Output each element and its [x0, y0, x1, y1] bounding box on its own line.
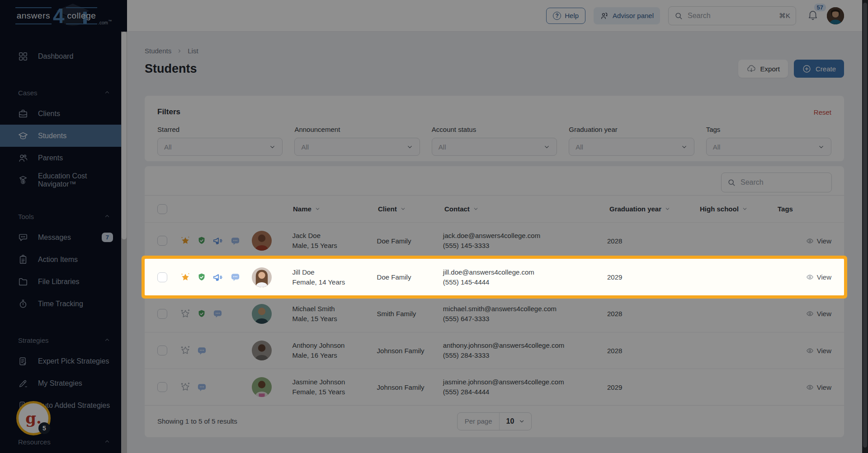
breadcrumb-list[interactable]: List [188, 47, 198, 55]
messages-count-badge: 7 [102, 233, 113, 242]
sidebar-item-students[interactable]: Students [0, 125, 121, 147]
chat-bubble-icon [18, 233, 28, 243]
message-bubble-icon [212, 308, 223, 319]
row-checkbox[interactable] [157, 382, 167, 392]
chevron-down-icon [269, 144, 276, 150]
sidebar-section-cases[interactable]: Cases [0, 83, 121, 103]
column-header-high-school[interactable]: High school [700, 205, 778, 213]
notifications-count-badge: 57 [814, 4, 826, 11]
sidebar-item-expert-pick-strategies[interactable]: Expert Pick Strategies [0, 350, 121, 372]
sidebar-item-messages[interactable]: Messages 7 [0, 226, 121, 248]
column-header-name[interactable]: Name [293, 204, 378, 214]
view-button[interactable]: View [806, 347, 831, 355]
column-header-client[interactable]: Client [378, 205, 444, 213]
per-page-select[interactable]: 10 [500, 413, 532, 430]
row-checkbox[interactable] [157, 309, 167, 319]
notifications-button[interactable]: 57 [807, 9, 819, 23]
sidebar-item-education-cost-navigator[interactable]: Education Cost Navigator™ [0, 169, 121, 191]
export-button[interactable]: Export [738, 60, 788, 78]
sidebar-item-file-libraries[interactable]: File Libraries [0, 271, 121, 293]
sidebar-item-clients[interactable]: Clients [0, 103, 121, 125]
sidebar-item-parents[interactable]: Parents [0, 147, 121, 169]
student-email: jill.doe@answers4college.com [443, 267, 607, 277]
column-header-graduation-year[interactable]: Graduation year [609, 205, 700, 213]
table-footer: Showing 1 to 5 of 5 results Per page 10 [145, 405, 844, 437]
page-title: Students [145, 62, 197, 76]
sidebar-section-tools[interactable]: Tools [0, 206, 121, 226]
sidebar-item-dashboard[interactable]: Dashboard [0, 45, 121, 67]
advisor-panel-button[interactable]: Advisor panel [594, 7, 660, 24]
column-header-contact[interactable]: Contact [444, 204, 609, 214]
student-phone: (555) 145-3333 [443, 241, 607, 251]
filter-account-status-select[interactable]: All [432, 138, 557, 156]
sidebar-scrollbar[interactable] [121, 32, 127, 453]
sort-chevron-icon [473, 206, 479, 212]
chevron-up-icon [104, 213, 110, 219]
sidebar-item-label: Dashboard [38, 52, 73, 61]
student-name: Anthony Johnson [292, 341, 377, 350]
guru-widget-button[interactable]: g. 5 [16, 401, 51, 435]
help-button[interactable]: ? Help [546, 8, 585, 24]
view-button[interactable]: View [806, 273, 831, 281]
view-button[interactable]: View [806, 383, 831, 391]
chevron-up-icon [104, 439, 110, 445]
row-checkbox[interactable] [157, 346, 167, 355]
view-button[interactable]: View [806, 237, 831, 245]
filter-tags-select[interactable]: All [706, 138, 831, 156]
student-demographics: Male, 16 Years [292, 350, 377, 360]
search-shortcut: ⌘K [779, 12, 790, 20]
star-outline-icon[interactable] [180, 308, 191, 319]
people-icon [18, 153, 28, 163]
sidebar-nav: Dashboard Cases Clients Students Parents… [0, 32, 121, 453]
filter-announcement-select[interactable]: All [294, 138, 420, 156]
student-email: anthony.johnson@answers4college.com [443, 341, 607, 350]
star-outline-icon[interactable] [180, 382, 191, 392]
filter-tags: Tags All [706, 126, 831, 156]
filter-graduation-year-select[interactable]: All [569, 138, 694, 156]
star-filled-icon[interactable] [180, 235, 191, 246]
column-header-tags: Tags [778, 205, 809, 213]
table-search-input[interactable] [741, 178, 826, 187]
page-scrollbar[interactable] [862, 0, 868, 453]
star-filled-icon[interactable] [180, 272, 191, 283]
create-button[interactable]: Create [794, 60, 844, 78]
page-scrollbar-thumb[interactable] [863, 3, 867, 448]
student-demographics: Female, 15 Years [292, 387, 377, 397]
row-checkbox[interactable] [157, 272, 167, 282]
message-bubble-icon [197, 382, 207, 392]
filters-heading: Filters [157, 107, 180, 117]
select-all-checkbox[interactable] [157, 204, 167, 214]
student-avatar [252, 377, 272, 397]
sidebar-item-my-strategies[interactable]: My Strategies [0, 372, 121, 394]
global-search-input[interactable] [688, 12, 774, 20]
student-name: Jasmine Johnson [292, 377, 377, 387]
client-name: Doe Family [377, 273, 443, 281]
student-avatar [252, 304, 272, 324]
filter-starred-select[interactable]: All [157, 138, 283, 156]
row-checkbox[interactable] [157, 236, 167, 246]
sidebar-item-action-items[interactable]: Action Items [0, 248, 121, 271]
user-avatar[interactable] [827, 7, 844, 24]
star-outline-icon[interactable] [180, 345, 191, 356]
search-icon [674, 11, 683, 20]
eye-icon [806, 310, 814, 318]
sidebar-scrollbar-thumb[interactable] [122, 32, 127, 239]
clipboard-icon [18, 255, 28, 265]
sort-chevron-icon [742, 206, 748, 212]
filters-panel: Filters Reset Starred All Announcement A… [145, 96, 844, 161]
sidebar-section-strategies[interactable]: Strategies [0, 330, 121, 350]
reset-filters-link[interactable]: Reset [814, 108, 831, 116]
view-button[interactable]: View [806, 310, 831, 318]
breadcrumb-students[interactable]: Students [145, 47, 171, 55]
briefcase-icon [18, 109, 28, 119]
sidebar: answers 4 college .com™ Dashboard Cases … [0, 0, 127, 453]
table-row-highlighted: Jill DoeFemale, 14 Years Doe Family jill… [145, 259, 844, 295]
search-icon [727, 178, 736, 187]
per-page-control: Per page 10 [457, 412, 532, 430]
client-name: Johnson Family [377, 347, 443, 355]
verified-shield-icon [197, 272, 207, 282]
sidebar-item-time-tracking[interactable]: Time Tracking [0, 293, 121, 315]
filter-account-status: Account status All [432, 126, 557, 156]
verified-shield-icon [197, 236, 207, 246]
sidebar-section-resources[interactable]: Resources [0, 432, 121, 452]
